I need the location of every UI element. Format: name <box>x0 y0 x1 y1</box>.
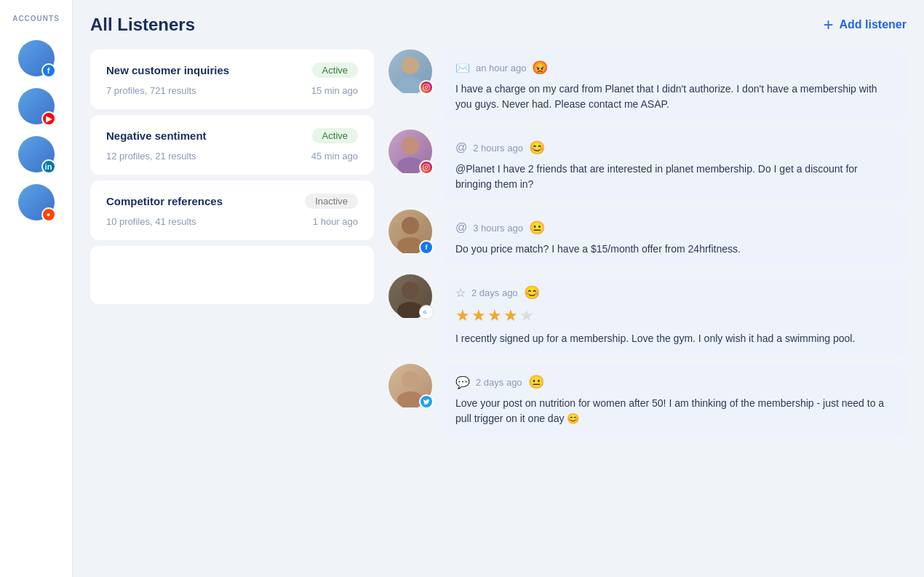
feed-item-5: 💬 2 days ago 😐 Love your post on nutriti… <box>389 364 907 437</box>
feed-bubble-2: @ 2 hours ago 😊 @Planet I have 2 friends… <box>442 130 907 202</box>
avatar-wrap-3: f <box>389 210 432 253</box>
sentiment-icon-5: 😐 <box>528 374 544 390</box>
listener-card-1-top: New customer inquiries Active <box>106 63 358 78</box>
star-5: ★ <box>519 306 534 325</box>
content-area: New customer inquiries Active 7 profiles… <box>90 49 907 562</box>
feed-item-2: @ 2 hours ago 😊 @Planet I have 2 friends… <box>389 130 907 202</box>
add-icon: + <box>824 15 834 35</box>
social-badge-feed-1 <box>419 80 434 95</box>
avatar-wrap-5 <box>389 364 432 407</box>
header: All Listeners + Add listener <box>90 15 907 35</box>
svg-text:G: G <box>423 310 427 314</box>
listener-card-empty <box>90 246 374 304</box>
social-badge-feed-2 <box>419 160 434 175</box>
svg-point-15 <box>402 371 419 389</box>
feed-bubble-3: @ 3 hours ago 😐 Do you price match? I ha… <box>442 210 907 267</box>
svg-point-12 <box>402 282 419 299</box>
star-3: ★ <box>487 306 502 325</box>
listener-card-3-bottom: 10 profiles, 41 results 1 hour ago <box>106 216 358 227</box>
account-avatar-1[interactable]: f <box>18 40 55 76</box>
feed-bubble-1: ✉️ an hour ago 😡 I have a charge on my c… <box>442 49 907 122</box>
star-1: ★ <box>455 306 470 325</box>
feed-text-4: I recently signed up for a membership. L… <box>455 331 893 346</box>
listener-card-2[interactable]: Negative sentiment Active 12 profiles, 2… <box>90 115 374 175</box>
listener-list: New customer inquiries Active 7 profiles… <box>90 49 374 562</box>
listener-status-3: Inactive <box>305 194 358 209</box>
svg-rect-7 <box>423 164 429 170</box>
listener-meta-2: 12 profiles, 21 results <box>106 151 196 162</box>
listener-card-2-top: Negative sentiment Active <box>106 128 358 143</box>
svg-point-4 <box>428 85 429 86</box>
listener-status-1: Active <box>312 63 358 78</box>
avatar-wrap-2 <box>389 130 432 173</box>
listener-status-2: Active <box>312 128 358 143</box>
add-listener-button[interactable]: + Add listener <box>824 15 907 35</box>
feed-time-1: an hour ago <box>476 63 526 73</box>
avatar-wrap-1 <box>389 49 432 93</box>
sentiment-icon-4: 😊 <box>524 284 540 301</box>
svg-rect-2 <box>423 84 429 90</box>
feed-meta-5: 💬 2 days ago 😐 <box>455 374 893 390</box>
main-content: All Listeners + Add listener New custome… <box>73 0 924 577</box>
message-icon-1: ✉️ <box>455 61 470 75</box>
feed-meta-2: @ 2 hours ago 😊 <box>455 140 893 156</box>
feed-meta-3: @ 3 hours ago 😐 <box>455 220 893 236</box>
listener-meta-3: 10 profiles, 41 results <box>106 216 196 227</box>
feed-bubble-5: 💬 2 days ago 😐 Love your post on nutriti… <box>442 364 907 437</box>
feed-item-4: G ☆ 2 days ago 😊 ★ ★ ★ ★ ★ <box>389 274 907 357</box>
mention-icon-3: @ <box>455 221 467 234</box>
listener-name-2: Negative sentiment <box>106 130 207 142</box>
sidebar: ACCOUNTS f ▶ in ● <box>0 0 73 577</box>
svg-point-10 <box>402 217 419 234</box>
listener-card-1[interactable]: New customer inquiries Active 7 profiles… <box>90 49 374 109</box>
feed-time-4: 2 days ago <box>471 287 518 298</box>
listener-card-3[interactable]: Competitor references Inactive 10 profil… <box>90 180 374 240</box>
feed-time-2: 2 hours ago <box>473 143 523 154</box>
feed-time-5: 2 days ago <box>476 377 522 388</box>
listener-name-3: Competitor references <box>106 195 223 207</box>
listener-card-2-bottom: 12 profiles, 21 results 45 min ago <box>106 151 358 162</box>
sentiment-icon-1: 😡 <box>532 60 548 76</box>
feed-text-1: I have a charge on my card from Planet t… <box>455 81 893 112</box>
social-badge-rd-4: ● <box>41 207 56 222</box>
account-avatar-2[interactable]: ▶ <box>18 88 55 124</box>
mention-icon-2: @ <box>455 141 467 154</box>
feed-text-3: Do you price match? I have a $15/month o… <box>455 242 893 257</box>
star-4: ★ <box>503 306 518 325</box>
listener-name-1: New customer inquiries <box>106 64 229 76</box>
listener-card-1-bottom: 7 profiles, 721 results 15 min ago <box>106 85 358 96</box>
listener-meta-1: 7 profiles, 721 results <box>106 85 196 96</box>
feed-text-5: Love your post on nutrition for women af… <box>455 396 893 426</box>
stars-row-4: ★ ★ ★ ★ ★ <box>455 306 893 325</box>
sentiment-icon-2: 😊 <box>529 140 545 156</box>
feed-item-1: ✉️ an hour ago 😡 I have a charge on my c… <box>389 49 907 122</box>
social-badge-li-3: in <box>41 159 56 174</box>
star-icon-4: ☆ <box>455 286 466 300</box>
comment-icon-5: 💬 <box>455 375 470 389</box>
listener-time-3: 1 hour ago <box>313 216 358 227</box>
sentiment-icon-3: 😐 <box>529 220 545 236</box>
social-badge-feed-4: G <box>419 305 434 319</box>
feed-text-2: @Planet I have 2 friends that are intere… <box>455 162 893 192</box>
social-badge-yt-2: ▶ <box>41 111 56 126</box>
account-avatar-3[interactable]: in <box>18 136 55 172</box>
social-badge-feed-3: f <box>419 240 434 255</box>
feed-area: ✉️ an hour ago 😡 I have a charge on my c… <box>389 49 907 562</box>
feed-time-3: 3 hours ago <box>473 223 523 234</box>
svg-point-8 <box>425 166 427 168</box>
account-avatar-4[interactable]: ● <box>18 184 55 220</box>
avatar-wrap-4: G <box>389 274 432 318</box>
social-badge-feed-5 <box>419 394 434 409</box>
svg-point-5 <box>402 137 419 154</box>
sidebar-accounts-label: ACCOUNTS <box>12 15 60 23</box>
feed-bubble-4: ☆ 2 days ago 😊 ★ ★ ★ ★ ★ I recently sign… <box>442 274 907 357</box>
star-2: ★ <box>471 306 486 325</box>
listener-time-2: 45 min ago <box>311 151 358 162</box>
feed-meta-4: ☆ 2 days ago 😊 <box>455 284 893 301</box>
svg-point-9 <box>428 165 429 166</box>
feed-meta-1: ✉️ an hour ago 😡 <box>455 60 893 76</box>
page-title: All Listeners <box>90 15 195 35</box>
social-badge-fb-1: f <box>41 63 56 78</box>
listener-card-3-top: Competitor references Inactive <box>106 194 358 209</box>
feed-item-3: f @ 3 hours ago 😐 Do you price match? I … <box>389 210 907 267</box>
